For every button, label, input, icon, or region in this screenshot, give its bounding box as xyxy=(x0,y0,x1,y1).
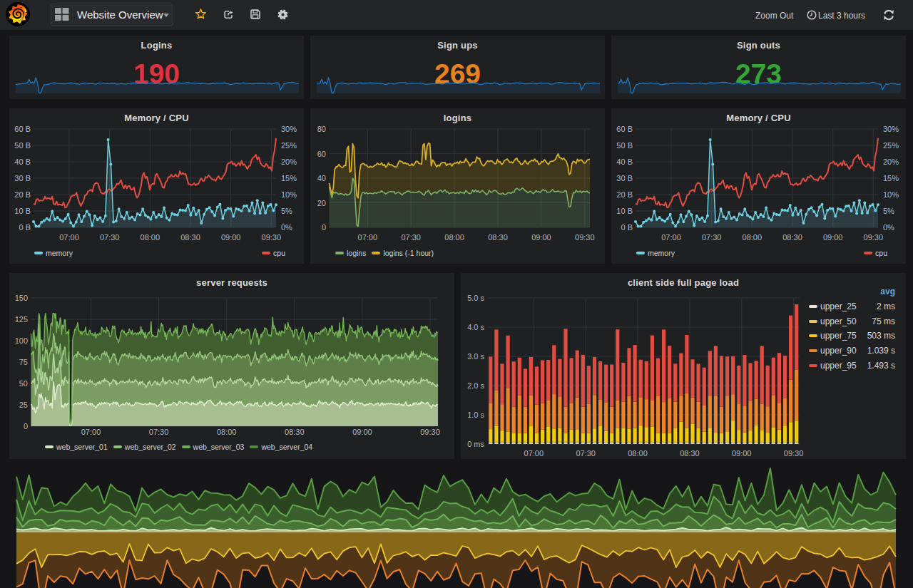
svg-text:15%: 15% xyxy=(883,174,899,182)
svg-text:08:30: 08:30 xyxy=(782,233,802,242)
svg-text:07:00: 07:00 xyxy=(81,428,101,436)
svg-text:40 B: 40 B xyxy=(14,158,31,166)
svg-text:50: 50 xyxy=(19,379,28,388)
svg-text:0 ms: 0 ms xyxy=(467,440,484,448)
svg-text:09:30: 09:30 xyxy=(262,233,282,242)
svg-text:09:00: 09:00 xyxy=(823,233,843,242)
svg-text:09:30: 09:30 xyxy=(420,428,440,436)
svg-text:100: 100 xyxy=(15,336,28,345)
svg-text:30 B: 30 B xyxy=(616,174,633,182)
svg-text:07:00: 07:00 xyxy=(524,449,544,458)
svg-text:0%: 0% xyxy=(281,223,292,232)
svg-text:4.0 s: 4.0 s xyxy=(467,323,484,331)
svg-text:20%: 20% xyxy=(281,158,297,166)
svg-text:25%: 25% xyxy=(883,141,899,150)
svg-text:08:30: 08:30 xyxy=(680,449,700,458)
svg-text:10 B: 10 B xyxy=(616,207,633,215)
svg-text:30 B: 30 B xyxy=(14,174,31,182)
svg-text:75: 75 xyxy=(19,358,28,366)
svg-text:09:00: 09:00 xyxy=(352,428,372,436)
svg-text:07:30: 07:30 xyxy=(576,449,596,458)
svg-text:20 B: 20 B xyxy=(14,190,31,199)
svg-text:125: 125 xyxy=(15,315,28,324)
svg-text:3.0 s: 3.0 s xyxy=(467,352,484,361)
svg-text:40: 40 xyxy=(317,174,326,182)
svg-text:15%: 15% xyxy=(281,174,297,182)
svg-text:0%: 0% xyxy=(883,223,894,232)
svg-text:08:00: 08:00 xyxy=(628,449,648,458)
svg-text:10%: 10% xyxy=(883,190,899,199)
svg-text:07:30: 07:30 xyxy=(702,233,722,242)
svg-text:09:30: 09:30 xyxy=(864,233,884,242)
svg-text:0: 0 xyxy=(24,422,28,430)
svg-text:07:00: 07:00 xyxy=(59,233,79,242)
svg-text:09:30: 09:30 xyxy=(784,449,804,458)
svg-text:60 B: 60 B xyxy=(616,125,633,133)
svg-text:0 B: 0 B xyxy=(621,223,633,232)
svg-text:09:00: 09:00 xyxy=(531,233,551,242)
svg-text:10 B: 10 B xyxy=(14,207,31,215)
svg-text:150: 150 xyxy=(15,294,28,302)
svg-text:0: 0 xyxy=(322,223,326,232)
svg-text:20%: 20% xyxy=(883,158,899,166)
svg-text:07:30: 07:30 xyxy=(401,233,421,242)
svg-text:25%: 25% xyxy=(281,141,297,150)
svg-text:09:00: 09:00 xyxy=(221,233,241,242)
svg-text:08:30: 08:30 xyxy=(285,428,305,436)
svg-text:60 B: 60 B xyxy=(14,125,31,133)
svg-text:08:30: 08:30 xyxy=(180,233,200,242)
svg-text:5.0 s: 5.0 s xyxy=(467,294,484,302)
svg-text:07:00: 07:00 xyxy=(661,233,681,242)
svg-text:1.0 s: 1.0 s xyxy=(467,411,484,419)
svg-text:80: 80 xyxy=(317,125,326,133)
svg-text:08:00: 08:00 xyxy=(141,233,160,242)
svg-text:20: 20 xyxy=(317,199,326,207)
svg-text:5%: 5% xyxy=(281,207,292,215)
svg-text:08:30: 08:30 xyxy=(488,233,508,242)
svg-text:5%: 5% xyxy=(883,207,894,215)
svg-text:07:00: 07:00 xyxy=(358,233,378,242)
svg-text:50 B: 50 B xyxy=(616,141,633,150)
svg-text:30%: 30% xyxy=(281,125,297,133)
svg-text:0 B: 0 B xyxy=(19,223,31,232)
svg-text:60: 60 xyxy=(317,150,326,158)
svg-text:20 B: 20 B xyxy=(616,190,633,199)
svg-text:08:00: 08:00 xyxy=(444,233,464,242)
svg-text:25: 25 xyxy=(19,401,28,409)
svg-text:2.0 s: 2.0 s xyxy=(467,381,484,390)
svg-text:40 B: 40 B xyxy=(616,158,633,166)
svg-text:07:30: 07:30 xyxy=(149,428,169,436)
svg-text:07:30: 07:30 xyxy=(100,233,120,242)
svg-text:50 B: 50 B xyxy=(14,141,31,150)
svg-text:10%: 10% xyxy=(281,190,297,199)
svg-text:09:30: 09:30 xyxy=(575,233,595,242)
svg-text:09:00: 09:00 xyxy=(732,449,752,458)
svg-text:08:00: 08:00 xyxy=(743,233,762,242)
svg-text:08:00: 08:00 xyxy=(217,428,237,436)
svg-text:30%: 30% xyxy=(883,125,899,133)
